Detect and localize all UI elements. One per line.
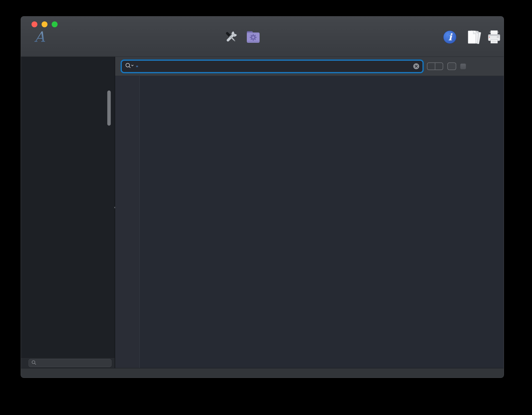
title-bar-and-toolbar: A — [21, 16, 504, 57]
app-window: A — [21, 16, 504, 378]
find-previous-button[interactable] — [427, 63, 435, 70]
editor-pane — [115, 57, 504, 368]
search-options-icon[interactable] — [125, 62, 134, 70]
sidebar-tree — [21, 57, 115, 357]
done-button[interactable] — [447, 62, 456, 70]
find-bar — [115, 57, 504, 76]
printer-icon — [479, 29, 504, 45]
close-window-button[interactable] — [31, 21, 37, 27]
replace-checkbox[interactable] — [460, 63, 466, 69]
main-content — [21, 57, 504, 368]
sidebar — [21, 57, 115, 368]
toolbar-item-print[interactable] — [479, 29, 504, 46]
sidebar-scrollbar-thumb[interactable] — [107, 90, 111, 126]
filter-tree-input[interactable] — [29, 359, 111, 367]
status-bar — [21, 368, 504, 378]
search-icon — [31, 360, 37, 366]
toolbar-item-fonts[interactable]: A — [25, 29, 54, 46]
code-editor[interactable] — [115, 76, 504, 368]
find-search-field[interactable] — [122, 61, 422, 72]
svg-text:A: A — [34, 29, 45, 45]
serif-a-icon: A — [25, 29, 54, 45]
find-next-button[interactable] — [435, 63, 443, 70]
folder-gear-icon — [238, 29, 268, 45]
filter-strip — [21, 357, 115, 368]
zoom-window-button[interactable] — [52, 21, 58, 27]
clear-search-icon[interactable] — [413, 63, 420, 70]
traffic-lights — [31, 21, 58, 27]
toolbar-item-patch[interactable] — [238, 29, 268, 46]
minimize-window-button[interactable] — [42, 21, 47, 27]
find-query-text — [136, 66, 138, 67]
find-prev-next-control — [427, 62, 443, 70]
